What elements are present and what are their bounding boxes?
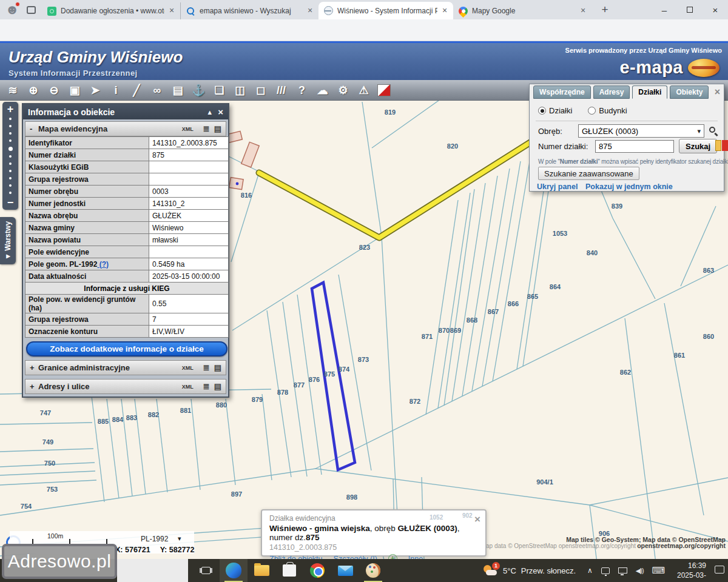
tab-close-icon[interactable]: × [440, 6, 450, 16]
browser-tab[interactable]: emapa wiśniewo - Wyszukaj× [180, 2, 318, 19]
maximize-button[interactable] [677, 0, 703, 19]
zoom-out-icon[interactable]: ⊖ [47, 83, 61, 98]
zoom-level-slider[interactable] [8, 115, 13, 196]
profile-avatar[interactable]: ☻ [5, 2, 19, 17]
layers-icon[interactable]: ≋ [6, 83, 19, 98]
taskbar-clock[interactable]: 16:39 2025-03-15 [672, 561, 706, 582]
zoom-level-dot[interactable] [8, 147, 13, 151]
obreb-select[interactable]: GŁUŻEK (0003) ▾ [578, 124, 704, 138]
cloud-icon[interactable]: ☁ [315, 83, 329, 98]
xml-button[interactable]: XML [182, 384, 194, 390]
taskbar-search-box[interactable] [117, 559, 188, 582]
search-obreb-icon[interactable] [709, 127, 715, 133]
zoom-level-dot[interactable] [9, 162, 12, 165]
taskbar-mail-button[interactable] [331, 559, 359, 582]
hide-panel-link[interactable]: Ukryj panel [537, 182, 578, 191]
close-window-button[interactable]: × [703, 0, 728, 19]
cast-icon[interactable] [601, 567, 610, 574]
copy-view-icon[interactable]: ❏ [212, 83, 226, 98]
measure-multi-icon[interactable]: /// [274, 83, 288, 98]
volume-icon[interactable]: ◀)) [636, 567, 644, 575]
print-icon[interactable]: ▤ [171, 83, 184, 98]
szukaj-button[interactable]: Szukaj [679, 139, 717, 153]
section-map-ewidencyjna[interactable]: - Mapa ewidencyjna XML ≣ ▤ [25, 121, 226, 136]
browser-tab[interactable]: Dodawanie ogłoszenia • www.otc× [42, 2, 180, 19]
select-area-icon[interactable]: ▣ [68, 83, 81, 98]
network-icon[interactable] [618, 567, 627, 574]
collapse-icon[interactable]: ▲ [206, 109, 213, 116]
section-adresy-i-ulice[interactable]: +Adresy i uliceXML≣▤ [25, 379, 226, 394]
pointer-icon[interactable]: ➤ [89, 83, 102, 98]
radio-budynki[interactable] [588, 107, 596, 115]
download-point-icon[interactable]: ⚓ [192, 83, 205, 98]
taskbar-explorer-button[interactable] [248, 559, 275, 582]
list-icon[interactable]: ≣ [203, 382, 210, 391]
xml-button[interactable]: XML [182, 365, 194, 371]
zoom-level-dot[interactable] [9, 125, 12, 127]
tab-close-icon[interactable]: × [578, 6, 588, 16]
print-icon[interactable]: ▤ [214, 382, 221, 391]
warning-icon[interactable]: ⚠ [357, 83, 370, 98]
single-window-link[interactable]: Pokazuj w jednym oknie [585, 182, 673, 191]
crs-selector[interactable]: PL-1992 [141, 535, 168, 543]
keyboard-icon[interactable]: ⌨ [652, 565, 666, 576]
radio-dzialki[interactable] [538, 107, 546, 115]
workspaces-icon[interactable] [27, 6, 36, 14]
link-icon[interactable]: ∞ [150, 83, 164, 98]
advanced-search-button[interactable]: Szukanie zaawansowane [538, 167, 639, 180]
info-panel-titlebar[interactable]: Informacja o obiekcie ▲ × [23, 104, 228, 119]
zoom-out-button[interactable]: − [7, 196, 14, 209]
zoom-in-button[interactable]: + [7, 103, 14, 115]
minimize-button[interactable]: – [652, 0, 677, 19]
more-info-button[interactable]: Zobacz dodatkowe informacje o działce [26, 341, 228, 356]
attribution-copyright-link[interactable]: openstreetmap.org/copyright [637, 542, 726, 549]
zoom-in-icon[interactable]: ⊕ [27, 83, 40, 98]
layers-tab[interactable]: ▼ Warstwy [0, 217, 16, 264]
close-icon[interactable]: × [474, 513, 480, 526]
color-chip-red[interactable] [722, 140, 728, 151]
list-icon[interactable]: ≣ [203, 124, 210, 133]
tab-close-icon[interactable]: × [305, 6, 315, 16]
list-icon[interactable]: ≣ [203, 363, 210, 372]
tab-obiekty[interactable]: Obiekty [670, 85, 709, 99]
taskbar-edge-button[interactable] [220, 559, 248, 582]
settings-icon[interactable]: ⚙ [336, 83, 349, 98]
zoom-level-dot[interactable] [9, 155, 12, 158]
tab-współrzędne[interactable]: Współrzędne [533, 85, 591, 99]
zoom-level-dot[interactable] [9, 192, 12, 194]
taskbar-chrome-button[interactable] [303, 559, 331, 582]
section-granice-administracyjne[interactable]: +Granice administracyjneXML≣▤ [25, 360, 226, 375]
help-link[interactable]: (?) [97, 260, 109, 269]
help-icon[interactable]: ? [295, 83, 308, 98]
tray-chevron-icon[interactable]: ∧ [587, 566, 593, 575]
xml-button[interactable]: XML [182, 126, 194, 132]
taskbar-taskview-button[interactable] [192, 559, 220, 582]
print-icon[interactable]: ▤ [214, 363, 221, 372]
taskbar-weather[interactable]: 1 5°C Przew. słonecz. [482, 559, 576, 582]
browser-tab[interactable]: Wiśniewo - System Informacji Prz× [318, 2, 453, 19]
info-icon[interactable]: i [109, 83, 123, 98]
parcel-number-input[interactable] [595, 140, 674, 153]
close-icon[interactable]: × [715, 87, 720, 98]
zoom-level-dot[interactable] [9, 170, 12, 172]
tab-close-icon[interactable]: × [167, 6, 177, 16]
taskbar-store-button[interactable] [275, 559, 303, 582]
print-icon[interactable]: ▤ [214, 124, 221, 133]
browser-tab[interactable]: Mapy Google× [453, 2, 592, 19]
zoom-level-dot[interactable] [9, 177, 12, 179]
zoom-level-dot[interactable] [9, 184, 12, 187]
zoom-level-dot[interactable] [9, 118, 12, 120]
redline-flag-icon[interactable] [377, 84, 391, 96]
tab-adresy[interactable]: Adresy [593, 85, 630, 99]
new-tab-button[interactable]: + [598, 3, 612, 16]
color-chip-yellow[interactable] [715, 140, 721, 151]
chevron-down-icon[interactable]: ▾ [178, 535, 181, 543]
taskbar-paint-button[interactable] [359, 559, 387, 582]
close-icon[interactable]: × [218, 108, 223, 116]
split-view-icon[interactable]: ◫ [233, 83, 246, 98]
zoom-level-dot[interactable] [9, 132, 12, 135]
measure-icon[interactable]: ╱ [130, 83, 143, 98]
notification-center-icon[interactable] [715, 566, 724, 574]
tab-działki[interactable]: Działki [632, 85, 667, 99]
zoom-level-dot[interactable] [9, 139, 12, 142]
